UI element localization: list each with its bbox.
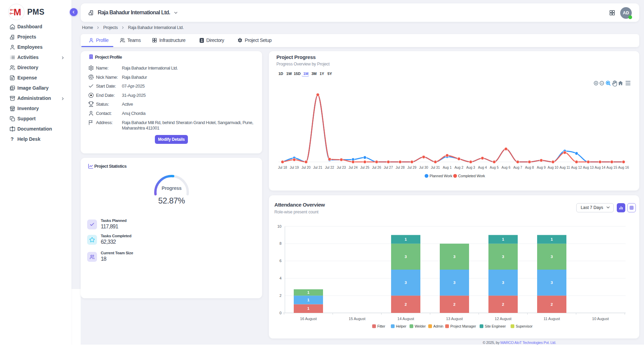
svg-text:Aug 13: Aug 13 <box>583 166 594 169</box>
svg-text:2: 2 <box>453 302 455 306</box>
svg-text:2: 2 <box>502 302 504 306</box>
svg-text:1: 1 <box>307 290 310 295</box>
svg-text:6: 6 <box>279 259 281 263</box>
svg-text:Fitter: Fitter <box>377 324 385 328</box>
svg-text:11 August: 11 August <box>544 317 560 321</box>
svg-text:Jul 23: Jul 23 <box>337 166 346 169</box>
svg-text:10: 10 <box>277 224 281 228</box>
svg-text:1: 1 <box>502 237 504 241</box>
svg-text:16 August: 16 August <box>300 317 317 321</box>
svg-text:13 August: 13 August <box>446 317 463 321</box>
svg-text:Aug 11: Aug 11 <box>560 166 570 169</box>
svg-text:Supervisor: Supervisor <box>516 324 533 328</box>
svg-text:Site Engineer: Site Engineer <box>485 324 506 328</box>
svg-text:Jul 25: Jul 25 <box>360 166 369 169</box>
svg-text:1: 1 <box>307 298 310 302</box>
svg-text:Jul 29: Jul 29 <box>407 166 417 169</box>
svg-text:Aug 12: Aug 12 <box>571 166 582 169</box>
svg-text:Jul 26: Jul 26 <box>372 166 381 169</box>
svg-text:8: 8 <box>279 241 281 245</box>
svg-text:3: 3 <box>551 281 553 285</box>
svg-text:14 August: 14 August <box>398 317 414 321</box>
svg-text:12 August: 12 August <box>495 317 512 321</box>
svg-text:Aug 2: Aug 2 <box>454 166 464 169</box>
svg-text:3: 3 <box>502 281 504 285</box>
svg-text:Planned Work: Planned Work <box>430 174 452 178</box>
svg-text:Jul 28: Jul 28 <box>396 166 405 169</box>
svg-text:Jul 30: Jul 30 <box>419 166 428 169</box>
svg-text:Aug 15: Aug 15 <box>607 166 617 169</box>
svg-text:3: 3 <box>405 255 407 259</box>
svg-text:15 August: 15 August <box>349 317 366 321</box>
svg-text:Aug 1: Aug 1 <box>443 166 452 169</box>
svg-text:1: 1 <box>405 237 407 241</box>
svg-text:1: 1 <box>551 237 553 241</box>
svg-text:Aug 3: Aug 3 <box>466 166 476 169</box>
svg-text:2: 2 <box>279 293 281 298</box>
svg-text:Aug 5: Aug 5 <box>490 166 499 169</box>
svg-text:Jul 21: Jul 21 <box>313 166 322 169</box>
svg-text:Helper: Helper <box>396 324 406 328</box>
svg-text:Aug 16: Aug 16 <box>618 166 629 169</box>
svg-text:Aug 14: Aug 14 <box>595 166 606 169</box>
svg-text:Jul 18: Jul 18 <box>278 166 287 169</box>
svg-text:10 August: 10 August <box>592 317 609 321</box>
svg-text:0: 0 <box>279 311 281 315</box>
svg-text:3: 3 <box>502 255 504 259</box>
svg-text:2: 2 <box>551 302 553 306</box>
svg-text:Jul 20: Jul 20 <box>302 166 311 169</box>
svg-text:Jul 27: Jul 27 <box>384 166 393 169</box>
svg-text:Aug 6: Aug 6 <box>501 166 511 169</box>
svg-text:3: 3 <box>453 255 455 259</box>
svg-text:2: 2 <box>405 302 407 306</box>
svg-text:Admin: Admin <box>433 324 444 328</box>
svg-text:Welder: Welder <box>415 324 426 328</box>
svg-text:4: 4 <box>279 276 281 280</box>
svg-text:Aug 8: Aug 8 <box>525 166 534 169</box>
svg-text:Jul 24: Jul 24 <box>349 166 358 169</box>
svg-text:M: M <box>14 7 21 17</box>
svg-text:Aug 10: Aug 10 <box>548 166 559 169</box>
svg-text:Aug 4: Aug 4 <box>478 166 487 169</box>
svg-text:3: 3 <box>405 281 407 285</box>
svg-text:Jul 19: Jul 19 <box>290 166 299 169</box>
svg-text:3: 3 <box>453 281 455 285</box>
svg-text:Jul 22: Jul 22 <box>325 166 334 169</box>
svg-text:3: 3 <box>551 255 553 259</box>
svg-text:1: 1 <box>307 306 310 311</box>
svg-text:Aug 7: Aug 7 <box>513 166 522 169</box>
svg-text:Jul 31: Jul 31 <box>431 166 440 169</box>
svg-text:Project Manager: Project Manager <box>450 324 476 328</box>
svg-text:Completed Work: Completed Work <box>458 174 485 178</box>
svg-text:Aug 9: Aug 9 <box>537 166 546 169</box>
